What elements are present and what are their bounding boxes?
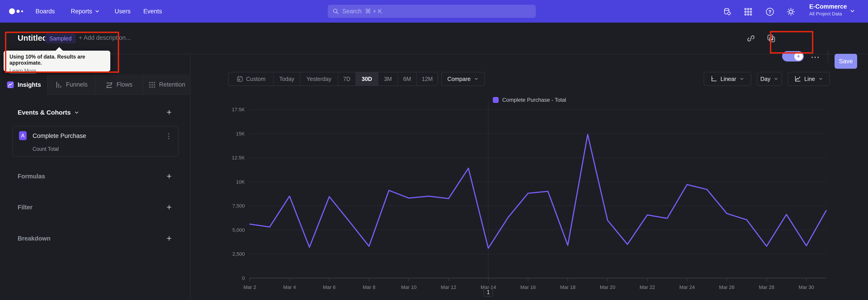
legend-swatch [493,97,499,103]
chart-type-label: Line [804,76,815,82]
scale-label: Linear [720,76,736,82]
range-12m[interactable]: 12M [417,72,438,86]
svg-text:0: 0 [242,275,245,281]
interval-dropdown[interactable]: Day [757,72,782,86]
apps-grid-icon[interactable] [743,7,753,17]
add-breakdown-button[interactable]: + [164,233,174,243]
svg-text:Mar 28: Mar 28 [759,284,774,290]
svg-text:Mar 30: Mar 30 [799,284,814,290]
search-input[interactable] [342,8,531,15]
project-scope: All Project Data [809,11,847,17]
scale-dropdown[interactable]: Linear [704,72,751,86]
divider [828,50,829,63]
chart-type-dropdown[interactable]: Line [788,72,830,86]
range-label: 7D [343,76,350,82]
svg-text:Mar 22: Mar 22 [640,284,655,290]
add-event-button[interactable]: + [164,107,174,117]
legend-label: Complete Purchase - Total [502,97,566,103]
chevron-down-icon [94,8,100,14]
svg-text:Mar 6: Mar 6 [323,284,336,290]
tab-retention[interactable]: Retention [143,74,191,95]
range-label: Yesterday [307,76,331,82]
svg-text:15K: 15K [236,131,245,137]
chevron-down-icon [818,77,823,81]
duplicate-icon[interactable] [766,33,776,43]
learn-more-link[interactable]: Learn More [9,68,36,74]
query-sidebar: Insights Funnels Flows [0,55,191,300]
settings-icon[interactable] [786,7,796,17]
sampled-badge[interactable]: Sampled [45,33,76,43]
insights-icon [6,81,14,89]
app-window: Boards Reports Users Events [0,0,868,300]
mixpanel-logo[interactable] [9,0,23,23]
add-filter-button[interactable]: + [164,202,174,212]
event-options-button[interactable]: ⋮ [165,132,172,140]
nav-item-boards[interactable]: Boards [35,0,55,23]
project-selector[interactable]: E-Commerce All Project Data [809,3,847,17]
svg-text:10K: 10K [236,179,245,185]
range-30d[interactable]: 30D [356,72,378,86]
interval-label: Day [761,76,770,82]
search-bar[interactable] [328,5,536,18]
tab-insights[interactable]: Insights [0,74,48,95]
add-formula-button[interactable]: + [164,171,174,181]
svg-text:2,500: 2,500 [232,251,245,257]
section-formulas: Formulas [18,173,45,180]
svg-text:12.5K: 12.5K [232,155,245,160]
save-button[interactable]: Save [835,54,857,69]
event-series-badge: A [19,131,27,140]
range-custom[interactable]: Custom [229,72,274,86]
logo-dot-small [21,10,23,12]
range-yesterday[interactable]: Yesterday [300,72,338,86]
svg-text:?: ? [768,9,771,15]
tab-funnels[interactable]: Funnels [48,74,95,95]
pagination-page-1[interactable]: 1 [484,288,493,297]
logo-dot-medium [17,10,20,13]
range-today[interactable]: Today [274,72,300,86]
add-description-button[interactable]: + Add description... [79,34,131,41]
more-options-button[interactable]: ⋯ [811,55,820,59]
report-type-tabs: Insights Funnels Flows [0,74,191,95]
range-label: Today [279,76,294,82]
svg-text:Mar 8: Mar 8 [363,284,375,290]
flows-icon [105,81,113,89]
tab-flows[interactable]: Flows [95,74,143,95]
nav-item-users[interactable]: Users [115,0,131,23]
chevron-down-icon[interactable] [849,8,855,14]
chevron-down-icon [774,77,778,81]
line-chart: Complete Purchase - Total 02,5005,0007,5… [191,95,868,300]
help-icon[interactable]: ? [765,7,775,17]
report-title-bar: Untitled Sampled + Add description... [0,23,868,54]
chevron-down-icon [74,110,79,115]
retention-icon [148,81,156,89]
lightning-icon [796,54,801,59]
compare-button[interactable]: Compare [441,72,485,86]
tab-label: Insights [18,81,41,88]
event-row-complete-purchase[interactable]: A Complete Purchase ⋮ Count Total [12,126,179,157]
nav-item-label: Events [143,8,162,15]
axis-icon [710,76,717,82]
copy-link-icon[interactable] [746,33,756,43]
event-metric[interactable]: Count Total [33,146,59,152]
range-7d[interactable]: 7D [338,72,356,86]
nav-item-reports[interactable]: Reports [71,0,100,23]
nav-item-events[interactable]: Events [143,0,162,23]
svg-text:7,500: 7,500 [232,203,245,209]
report-title[interactable]: Untitled [18,33,47,42]
tab-label: Funnels [66,81,88,88]
funnels-icon [55,81,63,89]
chart-legend[interactable]: Complete Purchase - Total [493,97,566,103]
project-name: E-Commerce [809,3,847,10]
svg-text:Mar 2: Mar 2 [243,284,256,290]
events-cohorts-header[interactable]: Events & Cohorts [18,109,79,116]
event-name[interactable]: Complete Purchase [33,132,86,140]
range-6m[interactable]: 6M [398,72,417,86]
sampling-toggle[interactable] [782,51,804,61]
tab-label: Flows [116,81,132,88]
data-management-icon[interactable] [722,7,732,17]
chart-canvas[interactable]: 02,5005,0007,50010K12.5K15K17.5KMar 2Mar… [191,95,868,300]
range-label: 3M [384,76,392,82]
events-cohorts-label: Events & Cohorts [18,109,71,116]
calendar-icon [237,76,243,82]
range-3m[interactable]: 3M [378,72,398,86]
